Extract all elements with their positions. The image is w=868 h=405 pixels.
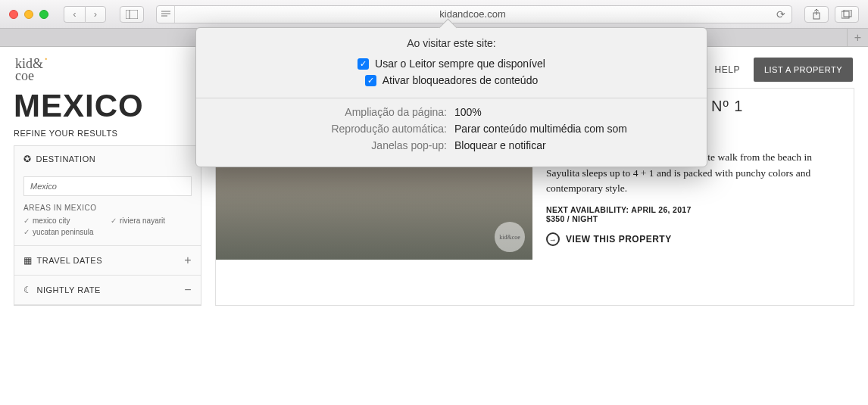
site-settings-popover: Ao visitar este site: ✓ Usar o Leitor se… <box>195 27 707 167</box>
photo-badge: kid&coe <box>495 222 525 252</box>
checkbox-checked-icon: ✓ <box>365 75 376 86</box>
autoplay-value[interactable]: Parar conteúdo multimédia com som <box>454 123 707 135</box>
svg-rect-0 <box>126 10 138 19</box>
reader-checkbox-label: Usar o Leitor sempre que disponível <box>375 58 545 70</box>
check-icon: ✓ <box>111 217 117 225</box>
filter-destination: ✪DESTINATION AREAS IN MEXICO ✓mexico cit… <box>14 146 201 246</box>
arrow-icon: → <box>546 232 560 246</box>
popover-settings-grid: Ampliação da página: 100% Reprodução aut… <box>196 98 707 159</box>
url-text[interactable]: kidandcoe.com <box>175 8 770 20</box>
fullscreen-window-button[interactable] <box>39 10 48 19</box>
reader-icon <box>161 11 170 18</box>
listing-price: $350 / NIGHT <box>546 214 840 223</box>
new-tab-button[interactable]: + <box>847 29 868 47</box>
areas-grid: ✓mexico city ✓riviera nayarit ✓yucatan p… <box>23 217 192 236</box>
area-label: yucatan peninsula <box>33 228 94 236</box>
content-blockers-checkbox-row[interactable]: ✓ Ativar bloqueadores de conteúdo <box>196 72 707 89</box>
area-item[interactable]: ✓yucatan peninsula <box>23 228 105 236</box>
list-property-button[interactable]: LIST A PROPERTY <box>754 58 853 82</box>
share-button[interactable] <box>804 6 829 23</box>
check-icon: ✓ <box>23 217 30 225</box>
popover-checkboxes: ✓ Usar o Leitor sempre que disponível ✓ … <box>196 52 707 98</box>
forward-button[interactable]: › <box>85 6 106 23</box>
calendar-icon: ▦ <box>23 255 33 266</box>
area-item[interactable]: ✓mexico city <box>23 217 105 225</box>
zoom-value[interactable]: 100% <box>454 106 707 118</box>
refine-label: REFINE YOUR RESULTS <box>14 129 201 138</box>
address-bar[interactable]: kidandcoe.com ⟳ <box>156 5 792 23</box>
reload-button[interactable]: ⟳ <box>770 8 792 20</box>
page-title: MEXICO <box>14 88 201 124</box>
check-icon: ✓ <box>23 228 30 236</box>
help-link[interactable]: HELP <box>715 64 740 75</box>
area-label: riviera nayarit <box>120 217 165 225</box>
window-controls <box>9 10 48 19</box>
areas-label: AREAS IN MEXICO <box>23 204 192 212</box>
reader-checkbox-row[interactable]: ✓ Usar o Leitor sempre que disponível <box>196 55 707 72</box>
expand-icon: + <box>184 254 192 267</box>
moon-icon: ☾ <box>23 285 33 295</box>
browser-toolbar: ‹ › kidandcoe.com ⟳ <box>0 0 868 29</box>
header-right: HELP LIST A PROPERTY <box>715 58 853 82</box>
globe-icon: ✪ <box>23 154 32 164</box>
destination-input[interactable] <box>23 176 192 196</box>
sidebar-icon <box>126 10 138 19</box>
share-icon <box>812 9 821 20</box>
sidebar-toggle-button[interactable] <box>120 6 144 23</box>
zoom-label: Ampliação da página: <box>196 106 448 118</box>
popup-label: Janelas pop-up: <box>196 139 448 151</box>
area-item[interactable]: ✓riviera nayarit <box>111 217 192 225</box>
view-property-label: VIEW THIS PROPERTY <box>566 234 672 245</box>
checkbox-checked-icon: ✓ <box>358 58 369 70</box>
back-button[interactable]: ‹ <box>64 6 85 23</box>
view-property-link[interactable]: → VIEW THIS PROPERTY <box>546 232 840 246</box>
left-column: MEXICO REFINE YOUR RESULTS ✪DESTINATION … <box>14 88 201 306</box>
minimize-window-button[interactable] <box>24 10 33 19</box>
logo-text-bottom: coe <box>15 68 34 83</box>
content-blockers-checkbox-label: Ativar bloqueadores de conteúdo <box>382 74 538 86</box>
nightly-rate-label: NIGHTLY RATE <box>37 285 101 294</box>
site-logo[interactable]: kid& coe <box>15 58 43 82</box>
close-window-button[interactable] <box>9 10 18 19</box>
filter-travel-dates[interactable]: ▦TRAVEL DATES + <box>14 246 201 276</box>
travel-dates-label: TRAVEL DATES <box>37 256 102 265</box>
collapse-icon: − <box>184 283 192 297</box>
popover-heading: Ao visitar este site: <box>196 28 707 52</box>
area-label: mexico city <box>33 217 70 225</box>
filter-panel: ✪DESTINATION AREAS IN MEXICO ✓mexico cit… <box>14 145 201 306</box>
listing-availability: NEXT AVAILABILITY: APRIL 26, 2017 <box>546 205 840 214</box>
tabs-button[interactable] <box>835 6 859 23</box>
nav-buttons: ‹ › <box>64 6 106 23</box>
destination-header[interactable]: ✪DESTINATION <box>14 146 201 172</box>
destination-body: AREAS IN MEXICO ✓mexico city ✓riviera na… <box>14 172 201 245</box>
svg-rect-8 <box>844 10 851 17</box>
destination-label: DESTINATION <box>36 154 96 164</box>
filter-nightly-rate[interactable]: ☾NIGHTLY RATE − <box>14 276 201 305</box>
tabs-icon <box>841 10 852 19</box>
toolbar-right <box>804 6 859 23</box>
reader-settings-button[interactable] <box>157 6 175 23</box>
svg-rect-7 <box>841 11 849 18</box>
popup-value[interactable]: Bloquear e notificar <box>454 139 707 151</box>
autoplay-label: Reprodução automática: <box>196 123 448 135</box>
